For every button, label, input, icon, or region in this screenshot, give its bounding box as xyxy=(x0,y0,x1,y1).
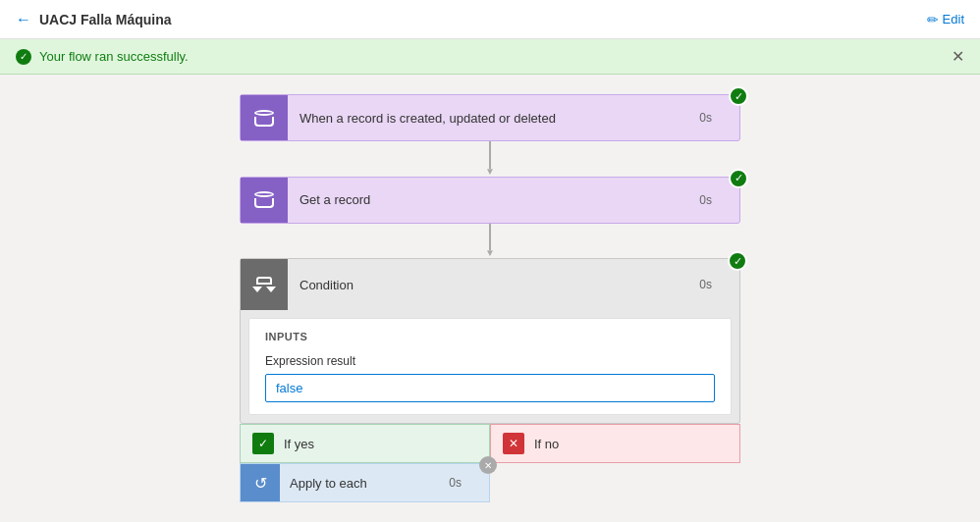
top-bar: ← UACJ Falla Máquina ✏ Edit xyxy=(0,0,980,39)
apply-row: ↺ Apply to each 0s ✕ xyxy=(240,463,740,502)
condition-success-badge: ✓ xyxy=(728,251,747,271)
get-record-icon-area xyxy=(241,178,288,223)
back-button[interactable]: ← xyxy=(16,11,31,28)
branch-no-icon: ✕ xyxy=(503,433,524,454)
branch-yes-icon: ✓ xyxy=(252,433,274,454)
condition-time: 0s xyxy=(699,278,739,291)
condition-node-card[interactable]: Condition 0s ✓ INPUTS Expression result … xyxy=(240,258,740,424)
get-record-node[interactable]: Get a record 0s ✓ xyxy=(240,177,740,224)
loop-icon: ↺ xyxy=(254,474,267,493)
apply-label: Apply to each xyxy=(280,476,449,491)
edit-label: Edit xyxy=(943,12,964,26)
expression-result-label: Expression result xyxy=(265,354,715,368)
condition-header[interactable]: Condition 0s ✓ xyxy=(241,259,739,310)
branch-no-label: If no xyxy=(534,437,559,451)
success-message-area: ✓ Your flow ran successfully. xyxy=(16,49,189,65)
condition-node[interactable]: Condition 0s ✓ INPUTS Expression result … xyxy=(240,258,740,424)
condition-label: Condition xyxy=(288,278,699,292)
apply-close-button[interactable]: ✕ xyxy=(479,456,497,474)
get-record-success-badge: ✓ xyxy=(729,169,748,188)
inputs-label: INPUTS xyxy=(265,331,715,342)
flow-canvas: When a record is created, updated or del… xyxy=(0,75,980,522)
condition-body: INPUTS Expression result false xyxy=(248,318,732,415)
trigger-node[interactable]: When a record is created, updated or del… xyxy=(240,94,740,141)
trigger-node-card[interactable]: When a record is created, updated or del… xyxy=(240,94,740,141)
branch-yes-label: If yes xyxy=(284,437,314,451)
database-icon-2 xyxy=(254,191,274,208)
edit-icon: ✏ xyxy=(927,12,939,27)
success-banner: ✓ Your flow ran successfully. ✕ xyxy=(0,39,980,75)
database-icon xyxy=(254,110,274,127)
trigger-node-time: 0s xyxy=(699,111,739,125)
get-record-label: Get a record xyxy=(288,192,699,207)
apply-icon-area: ↺ xyxy=(241,464,280,501)
arrow-2 xyxy=(489,224,491,251)
condition-icon xyxy=(252,277,276,292)
edit-button[interactable]: ✏ Edit xyxy=(927,12,964,27)
apply-time: 0s xyxy=(449,476,489,490)
success-check-icon: ✓ xyxy=(16,49,31,65)
top-bar-left: ← UACJ Falla Máquina xyxy=(16,11,172,28)
banner-close-button[interactable]: ✕ xyxy=(952,47,964,66)
trigger-node-label: When a record is created, updated or del… xyxy=(288,111,699,126)
get-record-time: 0s xyxy=(699,193,739,207)
branch-no[interactable]: ✕ If no xyxy=(490,424,740,463)
expression-result-value: false xyxy=(265,374,715,402)
arrow-1 xyxy=(489,141,491,169)
condition-icon-area xyxy=(241,259,288,310)
branch-yes[interactable]: ✓ If yes xyxy=(240,424,490,463)
trigger-success-badge: ✓ xyxy=(729,86,748,106)
get-record-node-card[interactable]: Get a record 0s xyxy=(240,177,740,224)
apply-node[interactable]: ↺ Apply to each 0s ✕ xyxy=(240,463,490,502)
page-title: UACJ Falla Máquina xyxy=(39,12,172,27)
trigger-node-icon-area xyxy=(241,95,288,140)
success-message: Your flow ran successfully. xyxy=(39,49,189,64)
